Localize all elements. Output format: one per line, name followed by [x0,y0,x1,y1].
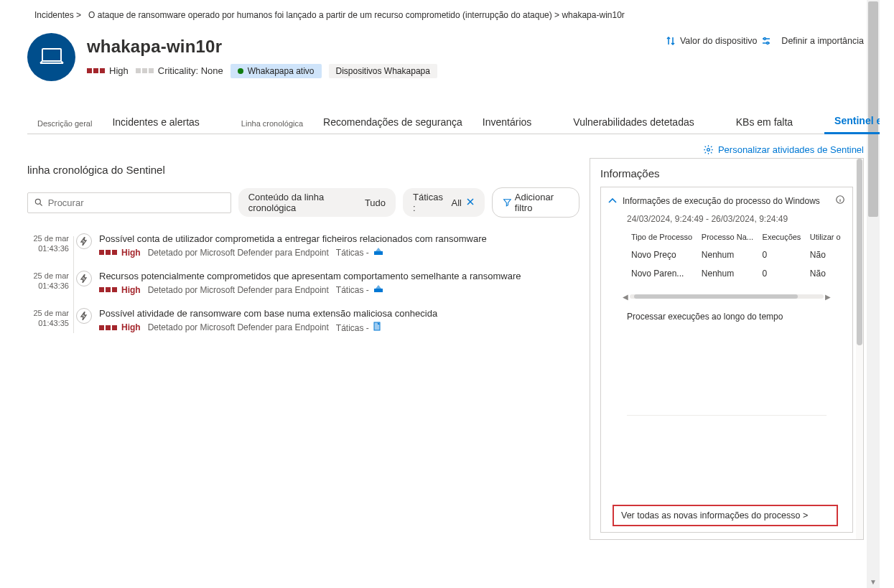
filter-timeline-content[interactable]: Conteúdo da linha cronológica Tudo [238,188,396,217]
col-executions[interactable]: Execuções [758,228,806,246]
timeline-event[interactable]: 25 de mar 01:43:36 Possível conta de uti… [27,233,579,258]
tactic-impact-icon [373,247,383,256]
timeline-event-title: Recursos potencialmente comprometidos qu… [99,271,579,281]
insights-date-range: 24/03/2024, 9:24:49 - 26/03/2024, 9:24:4… [627,214,845,224]
page-scrollbar[interactable]: ▲ ▼ [867,0,880,588]
timeline-event[interactable]: 25 de mar 01:43:35 Possível atividade de… [27,308,579,333]
equalizer-icon [761,37,771,45]
filter-tactics[interactable]: Táticas : All [403,188,485,217]
set-importance-label: Definir a importância [781,36,864,46]
svg-point-2 [767,42,769,45]
col-process-type[interactable]: Tipo de Processo [627,228,697,246]
search-input[interactable] [47,197,225,209]
insights-panel-title: Informações [590,159,863,187]
sentinel-timeline-title: linha cronológica do Sentinel [27,164,579,176]
tab-recommendations[interactable]: Recomendações de segurança [313,109,472,134]
col-use[interactable]: Utilizar o [806,228,845,246]
gear-icon [703,144,714,155]
device-tabs: Descrição geral Incidentes e alertas Lin… [27,106,864,134]
svg-point-3 [707,149,710,151]
device-avatar [27,33,75,81]
laptop-icon [38,47,65,67]
timeline-event-time: 25 de mar 01:43:35 [27,308,69,333]
insights-hscroll[interactable]: ◀ ▶ [621,291,832,302]
svg-rect-0 [42,49,61,61]
info-icon[interactable] [835,195,845,207]
tab-incidents[interactable]: Incidentes e alertas [102,109,209,134]
severity-indicator: High [87,65,129,76]
device-tag-group-label: Dispositivos Whakapapa [336,66,430,76]
svg-point-1 [764,38,766,40]
customize-sentinel-button[interactable]: Personalizar atividades de Sentinel [703,144,864,155]
scroll-down-icon[interactable]: ▼ [867,575,880,588]
device-tag-active[interactable]: Whakapapa ativo [231,64,322,78]
tab-inventories[interactable]: Inventários [472,109,541,134]
timeline-event-detected: Detetado por Microsoft Defender para End… [148,322,329,332]
filter-timeline-content-value: Tudo [365,197,386,208]
table-row[interactable]: Novo Paren... Nenhum 0 Não [627,264,845,283]
accordion-header[interactable]: Informações de execução do processo do W… [608,195,845,207]
tactic-file-icon [373,322,382,331]
tab-timeline-label[interactable]: Linha cronológica [231,112,313,134]
tab-missing-kbs[interactable]: KBs em falta [726,109,803,134]
criticality-indicator: Criticality: None [136,65,223,76]
status-dot-icon [238,68,243,74]
timeline-event-tactics: Táticas - [336,247,383,258]
device-tag-group[interactable]: Dispositivos Whakapapa [329,64,437,78]
view-all-process-insights-button[interactable]: Ver todas as novas informações do proces… [613,505,838,526]
add-filter-label: Adicionar filtro [515,192,569,213]
hscroll-thumb[interactable] [634,294,798,299]
severity-label: High [109,65,129,76]
timeline-event-detected: Detetado por Microsoft Defender para End… [148,248,329,258]
bolt-icon [76,308,92,324]
funnel-icon [503,197,512,207]
insights-panel: Informações Informações de execução do p… [590,158,864,540]
filter-tactics-value: All [452,197,462,208]
criticality-label: Criticality: None [158,65,223,76]
timeline-event-detected: Detetado por Microsoft Defender para End… [148,285,329,295]
hscroll-left-icon[interactable]: ◀ [621,293,630,301]
device-value-label: Valor do dispositivo [680,36,757,46]
breadcrumb[interactable]: Incidentes > O ataque de ransomware oper… [27,7,864,33]
breadcrumb-path[interactable]: O ataque de ransomware operado por human… [88,10,625,20]
device-tag-active-label: Whakapapa ativo [248,66,315,76]
timeline-event-tactics: Táticas - [336,322,382,333]
tactic-impact-icon [373,284,383,293]
table-row[interactable]: Novo Preço Nenhum 0 Não [627,246,845,264]
svg-point-4 [35,199,40,204]
exec-over-time-caption: Processar execuções ao longo do tempo [627,312,845,322]
customize-sentinel-label: Personalizar atividades de Sentinel [718,144,864,155]
svg-rect-5 [374,251,383,255]
search-icon [34,197,44,207]
filter-tactics-clear[interactable] [466,197,475,208]
device-value-action[interactable]: Valor do dispositivo [666,36,771,46]
filter-tactics-label: Táticas : [413,192,443,213]
timeline-event-time: 25 de mar 01:43:36 [27,271,69,295]
insights-table: Tipo de Processo Processo Na... Execuçõe… [627,228,845,283]
tab-sentinel-events[interactable]: Sentinel eventos [824,108,880,134]
accordion-title: Informações de execução do processo do W… [623,196,820,206]
insights-divider [627,415,827,416]
col-process-name[interactable]: Processo Na... [697,228,758,246]
sort-icon [666,36,676,46]
chevron-up-icon [608,196,617,206]
search-input-wrapper[interactable] [27,192,231,213]
bolt-icon [76,233,92,249]
tab-overview[interactable]: Descrição geral [27,112,102,134]
add-filter-button[interactable]: Adicionar filtro [492,187,579,218]
bolt-icon [76,271,92,286]
svg-rect-7 [374,322,380,330]
hscroll-right-icon[interactable]: ▶ [824,293,832,301]
timeline-event-tactics: Táticas - [336,284,383,295]
filter-timeline-content-label: Conteúdo da linha cronológica [248,192,362,213]
panel-scrollbar[interactable] [856,159,863,539]
svg-rect-6 [374,289,383,292]
tab-vulnerabilities[interactable]: Vulnerabilidades detetadas [563,109,704,134]
timeline-event-title: Possível atividade de ransomware com bas… [99,308,579,319]
breadcrumb-root[interactable]: Incidentes > [34,10,81,20]
set-importance-action[interactable]: Definir a importância [781,36,864,46]
timeline-event[interactable]: 25 de mar 01:43:36 Recursos potencialmen… [27,271,579,295]
timeline-event-time: 25 de mar 01:43:36 [27,233,69,258]
panel-scroll-thumb[interactable] [857,159,862,345]
timeline-event-title: Possível conta de utilizador comprometid… [99,233,579,244]
